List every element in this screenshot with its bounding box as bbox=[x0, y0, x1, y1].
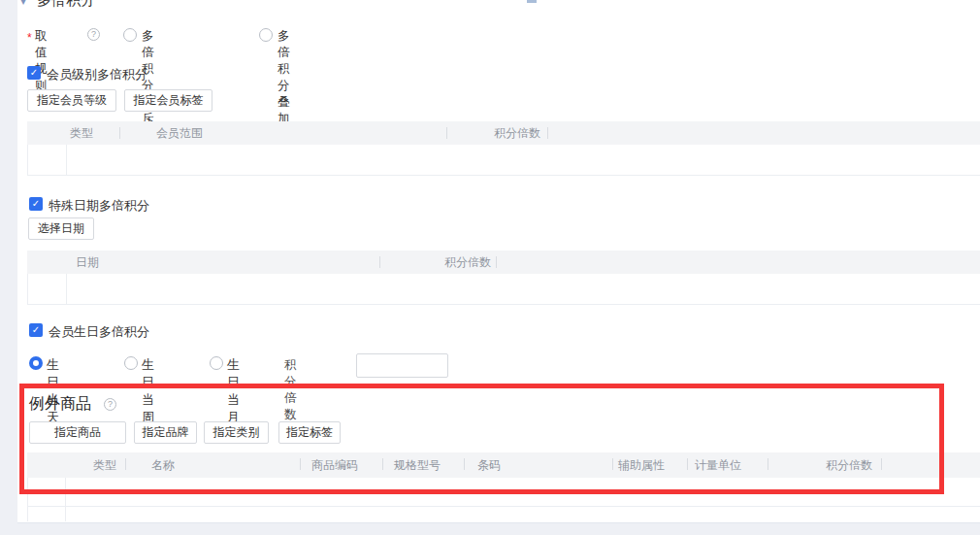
header-barcode: 条码 bbox=[465, 452, 613, 478]
radio-birthday-month[interactable] bbox=[210, 356, 223, 370]
special-date-empty-row bbox=[27, 274, 980, 305]
collapse-caret-icon[interactable]: ▾ bbox=[20, 0, 26, 7]
radio-stackable[interactable] bbox=[259, 28, 273, 42]
header-select-col bbox=[27, 121, 66, 145]
radio-birthday-week[interactable] bbox=[124, 356, 138, 370]
assign-brand-button[interactable]: 指定品牌 bbox=[134, 421, 197, 444]
header-select-col bbox=[27, 452, 65, 478]
section-title: 多倍积分 bbox=[37, 0, 95, 10]
header-points-multiple: 积分倍数 bbox=[768, 452, 882, 478]
header-name: 名称 bbox=[126, 452, 301, 478]
top-clipped-element bbox=[527, 0, 537, 3]
select-date-button[interactable]: 选择日期 bbox=[28, 217, 94, 240]
exception-help-icon[interactable]: ? bbox=[104, 398, 116, 411]
header-points-multiple: 积分倍数 bbox=[380, 251, 497, 274]
assign-tag-button[interactable]: 指定标签 bbox=[278, 421, 341, 444]
header-points-multiple: 积分倍数 bbox=[447, 121, 548, 145]
special-date-table: 日期 积分倍数 bbox=[27, 251, 980, 305]
assign-product-button[interactable]: 指定商品 bbox=[29, 421, 126, 444]
radio-birthday-week-label[interactable]: 生日当周 bbox=[142, 356, 154, 426]
header-spec-model: 规格型号 bbox=[383, 452, 465, 478]
header-aux-attribute: 辅助属性 bbox=[613, 452, 688, 478]
header-product-code: 商品编码 bbox=[301, 452, 383, 478]
assign-category-button[interactable]: 指定类别 bbox=[204, 421, 269, 444]
special-date-label[interactable]: 特殊日期多倍积分 bbox=[49, 197, 149, 215]
member-level-table-header: 类型 会员范围 积分倍数 bbox=[27, 121, 980, 145]
header-unit: 计量单位 bbox=[688, 452, 768, 478]
birthday-multiplier-input[interactable] bbox=[356, 353, 448, 378]
member-level-table: 类型 会员范围 积分倍数 bbox=[27, 121, 980, 176]
exception-empty-row bbox=[27, 478, 980, 507]
rule-label: 取值规则 bbox=[35, 28, 48, 94]
member-level-empty-row bbox=[27, 145, 980, 176]
special-date-checkbox[interactable]: ✓ bbox=[29, 197, 43, 211]
radio-stackable-label[interactable]: 多倍积分叠加 bbox=[278, 28, 290, 127]
points-config-page: { "icons": { "caret": "▾", "check": "✓",… bbox=[0, 0, 980, 535]
birthday-label[interactable]: 会员生日多倍积分 bbox=[49, 323, 149, 341]
header-type: 类型 bbox=[65, 452, 126, 478]
header-date: 日期 bbox=[66, 251, 380, 274]
birthday-multiplier-label: 积分倍数 bbox=[284, 357, 297, 423]
special-date-table-header: 日期 积分倍数 bbox=[27, 251, 980, 274]
rule-help-icon[interactable]: ? bbox=[87, 28, 100, 41]
birthday-checkbox[interactable]: ✓ bbox=[29, 323, 43, 337]
exception-title: 例外商品 bbox=[29, 394, 91, 415]
header-select-col bbox=[27, 251, 66, 274]
radio-mutually-exclusive[interactable] bbox=[123, 28, 137, 42]
member-level-checkbox[interactable]: ✓ bbox=[27, 66, 41, 80]
radio-birthday-day-label[interactable]: 生日当天 bbox=[47, 356, 59, 426]
radio-birthday-day[interactable] bbox=[29, 356, 43, 370]
header-member-scope: 会员范围 bbox=[120, 121, 447, 145]
assign-member-tag-button[interactable]: 指定会员标签 bbox=[124, 89, 212, 112]
member-level-label[interactable]: 会员级别多倍积分 bbox=[47, 66, 147, 84]
header-type: 类型 bbox=[66, 121, 120, 145]
exception-table-header: 类型 名称 商品编码 规格型号 条码 辅助属性 计量单位 积分倍数 bbox=[27, 452, 980, 478]
exception-empty-row bbox=[27, 507, 980, 521]
exception-table: 类型 名称 商品编码 规格型号 条码 辅助属性 计量单位 积分倍数 bbox=[27, 452, 980, 521]
required-asterisk: * bbox=[27, 31, 32, 45]
radio-birthday-month-label[interactable]: 生日当月 bbox=[227, 356, 240, 426]
assign-member-grade-button[interactable]: 指定会员等级 bbox=[27, 89, 116, 112]
